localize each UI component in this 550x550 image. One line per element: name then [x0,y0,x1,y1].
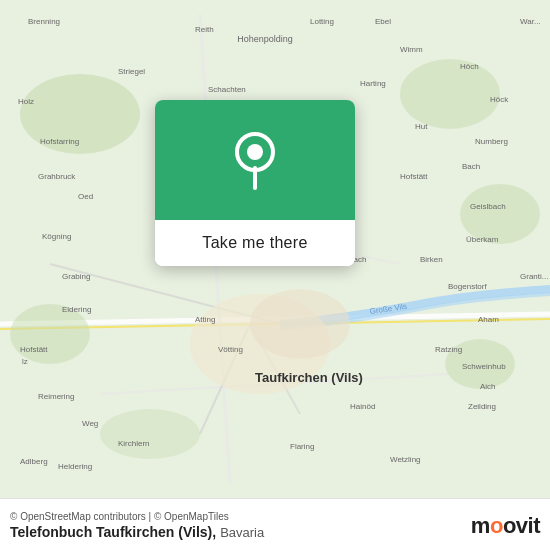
svg-point-11 [20,74,140,154]
take-me-there-button[interactable]: Take me there [155,220,355,266]
map-area: Hohenpolding Reith Wimm Striegel Schacht… [0,0,550,498]
svg-text:Höck: Höck [490,95,509,104]
svg-text:Hainöd: Hainöd [350,402,375,411]
svg-text:Harting: Harting [360,79,386,88]
card-header [155,100,355,220]
moovit-logo: momoovitovit [471,513,540,539]
svg-text:Hut: Hut [415,122,428,131]
svg-text:Lotting: Lotting [310,17,334,26]
svg-text:Wimm: Wimm [400,45,423,54]
svg-text:Atting: Atting [195,315,215,324]
svg-text:Hohenpolding: Hohenpolding [237,34,293,44]
svg-text:Zeilding: Zeilding [468,402,496,411]
svg-text:Numberg: Numberg [475,137,508,146]
svg-point-16 [100,409,200,459]
svg-text:Kögning: Kögning [42,232,71,241]
copyright-text: © OpenStreetMap contributors | © OpenMap… [10,511,461,522]
svg-text:Wetzling: Wetzling [390,455,421,464]
svg-text:Hofstarring: Hofstarring [40,137,79,146]
svg-text:Taufkirchen (Vils): Taufkirchen (Vils) [255,370,363,385]
svg-text:Reimering: Reimering [38,392,74,401]
svg-text:Striegel: Striegel [118,67,145,76]
svg-text:Holz: Holz [18,97,34,106]
svg-text:Brenning: Brenning [28,17,60,26]
svg-text:Birken: Birken [420,255,443,264]
svg-text:Aham: Aham [478,315,499,324]
moovit-dot: o [490,513,503,538]
svg-text:Ebel: Ebel [375,17,391,26]
moovit-logo-text: momoovitovit [471,513,540,539]
svg-text:Adlberg: Adlberg [20,457,48,466]
svg-point-10 [250,289,350,359]
svg-text:Vötting: Vötting [218,345,243,354]
svg-point-67 [247,144,263,160]
location-title: Telefonbuch Taufkirchen (Vils), [10,524,216,540]
svg-text:Bogenstorf: Bogenstorf [448,282,487,291]
svg-text:Aich: Aich [480,382,496,391]
svg-text:Hofstätt: Hofstätt [400,172,428,181]
svg-text:Eldering: Eldering [62,305,91,314]
svg-text:War...: War... [520,17,541,26]
svg-text:Geislbach: Geislbach [470,202,506,211]
svg-text:Flaring: Flaring [290,442,314,451]
svg-text:Kirchlern: Kirchlern [118,439,150,448]
location-pin-icon [230,130,280,190]
svg-text:Weg: Weg [82,419,98,428]
svg-text:Reith: Reith [195,25,214,34]
svg-text:lz: lz [22,357,28,366]
svg-text:Grabing: Grabing [62,272,90,281]
svg-text:Oed: Oed [78,192,93,201]
svg-text:Hofstätt: Hofstätt [20,345,48,354]
svg-text:Granti...: Granti... [520,272,548,281]
svg-text:Ratzing: Ratzing [435,345,462,354]
location-subtitle: Bavaria [220,525,264,540]
svg-text:Bach: Bach [462,162,480,171]
svg-text:Schweinhub: Schweinhub [462,362,506,371]
svg-text:Heldering: Heldering [58,462,92,471]
svg-text:Schachten: Schachten [208,85,246,94]
location-card: Take me there [155,100,355,266]
svg-text:Grahbruck: Grahbruck [38,172,76,181]
app-container: Hohenpolding Reith Wimm Striegel Schacht… [0,0,550,550]
svg-text:Überkam: Überkam [466,235,499,244]
footer: © OpenStreetMap contributors | © OpenMap… [0,498,550,550]
svg-text:Höch: Höch [460,62,479,71]
footer-left: © OpenStreetMap contributors | © OpenMap… [10,511,461,540]
svg-point-12 [400,59,500,129]
